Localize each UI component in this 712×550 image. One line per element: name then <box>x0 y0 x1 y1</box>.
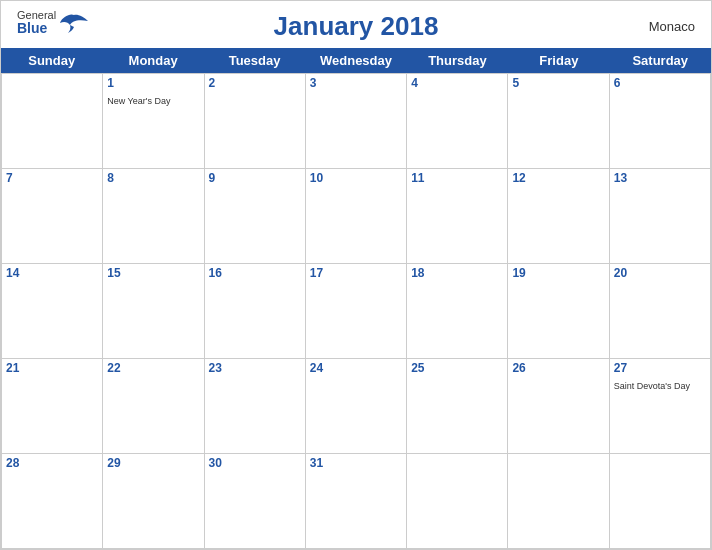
calendar-cell: 31 <box>306 454 407 549</box>
cell-date: 26 <box>512 361 604 375</box>
calendar-cell <box>610 454 711 549</box>
day-header-sunday: Sunday <box>1 48 102 73</box>
calendar-cell: 11 <box>407 169 508 264</box>
cell-date: 14 <box>6 266 98 280</box>
day-header-wednesday: Wednesday <box>305 48 406 73</box>
cell-date: 22 <box>107 361 199 375</box>
calendar-cell: 27Saint Devota's Day <box>610 359 711 454</box>
calendar-cell: 18 <box>407 264 508 359</box>
cell-date: 19 <box>512 266 604 280</box>
calendar-cell: 30 <box>205 454 306 549</box>
cell-event: New Year's Day <box>107 96 170 106</box>
cell-date: 25 <box>411 361 503 375</box>
cell-date: 29 <box>107 456 199 470</box>
cell-date: 9 <box>209 171 301 185</box>
calendar-cell: 1New Year's Day <box>103 74 204 169</box>
day-header-saturday: Saturday <box>610 48 711 73</box>
calendar-cell: 19 <box>508 264 609 359</box>
logo-area: General Blue <box>17 9 88 36</box>
calendar-cell: 28 <box>2 454 103 549</box>
cell-date: 27 <box>614 361 706 375</box>
cell-date: 18 <box>411 266 503 280</box>
cell-date: 28 <box>6 456 98 470</box>
cell-date: 17 <box>310 266 402 280</box>
cell-date: 30 <box>209 456 301 470</box>
calendar-title: January 2018 <box>274 11 439 42</box>
cell-event: Saint Devota's Day <box>614 381 690 391</box>
day-headers-row: Sunday Monday Tuesday Wednesday Thursday… <box>1 48 711 73</box>
calendar-cell: 15 <box>103 264 204 359</box>
calendar-cell: 16 <box>205 264 306 359</box>
calendar-cell: 29 <box>103 454 204 549</box>
logo-blue-text: Blue <box>17 21 56 36</box>
cell-date: 16 <box>209 266 301 280</box>
cell-date: 6 <box>614 76 706 90</box>
cell-date: 4 <box>411 76 503 90</box>
calendar-cell: 5 <box>508 74 609 169</box>
calendar-cell: 9 <box>205 169 306 264</box>
cell-date: 15 <box>107 266 199 280</box>
cell-date: 10 <box>310 171 402 185</box>
cell-date: 31 <box>310 456 402 470</box>
cell-date: 2 <box>209 76 301 90</box>
cell-date: 13 <box>614 171 706 185</box>
calendar-cell: 14 <box>2 264 103 359</box>
cell-date: 5 <box>512 76 604 90</box>
cell-date: 20 <box>614 266 706 280</box>
day-header-tuesday: Tuesday <box>204 48 305 73</box>
calendar-cell: 21 <box>2 359 103 454</box>
calendar-cell: 6 <box>610 74 711 169</box>
calendar-cell: 3 <box>306 74 407 169</box>
calendar-cell: 25 <box>407 359 508 454</box>
day-header-monday: Monday <box>102 48 203 73</box>
calendar-cell <box>508 454 609 549</box>
day-header-thursday: Thursday <box>407 48 508 73</box>
calendar-cell: 13 <box>610 169 711 264</box>
logo-bird-icon <box>60 13 88 33</box>
calendar-cell: 7 <box>2 169 103 264</box>
calendar-grid: 1New Year's Day2345678910111213141516171… <box>1 73 711 549</box>
calendar-cell: 4 <box>407 74 508 169</box>
calendar-cell: 22 <box>103 359 204 454</box>
calendar-cell <box>2 74 103 169</box>
cell-date: 23 <box>209 361 301 375</box>
cell-date: 3 <box>310 76 402 90</box>
calendar-cell: 26 <box>508 359 609 454</box>
calendar-cell: 23 <box>205 359 306 454</box>
calendar-cell: 12 <box>508 169 609 264</box>
calendar-container: General Blue January 2018 Monaco Sunday … <box>0 0 712 550</box>
calendar-cell: 2 <box>205 74 306 169</box>
calendar-cell <box>407 454 508 549</box>
cell-date: 7 <box>6 171 98 185</box>
calendar-header: General Blue January 2018 Monaco <box>1 1 711 48</box>
cell-date: 11 <box>411 171 503 185</box>
cell-date: 24 <box>310 361 402 375</box>
calendar-cell: 17 <box>306 264 407 359</box>
cell-date: 12 <box>512 171 604 185</box>
cell-date: 21 <box>6 361 98 375</box>
region-label: Monaco <box>649 19 695 34</box>
calendar-cell: 10 <box>306 169 407 264</box>
cell-date: 8 <box>107 171 199 185</box>
day-header-friday: Friday <box>508 48 609 73</box>
calendar-cell: 20 <box>610 264 711 359</box>
calendar-cell: 8 <box>103 169 204 264</box>
cell-date: 1 <box>107 76 199 90</box>
calendar-cell: 24 <box>306 359 407 454</box>
